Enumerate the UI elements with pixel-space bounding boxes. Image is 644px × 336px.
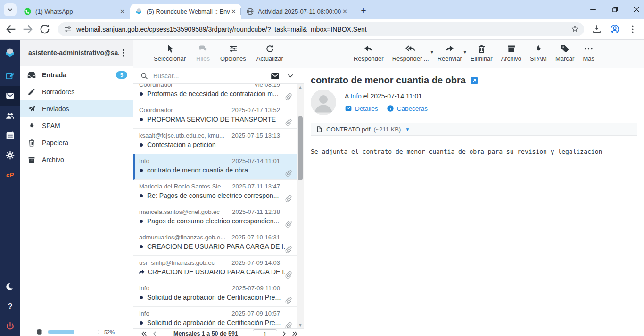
account-menu-icon[interactable] bbox=[119, 48, 128, 57]
details-button[interactable]: Detalles bbox=[345, 105, 378, 112]
rail-item-contacts[interactable] bbox=[0, 106, 20, 125]
rail-item-cpanel[interactable]: cP bbox=[0, 165, 20, 185]
list-toolbar-seleccionar[interactable]: Seleccionar bbox=[154, 44, 186, 62]
previous-page-icon[interactable] bbox=[151, 330, 159, 336]
rail-item-moon[interactable] bbox=[0, 277, 20, 296]
message-row[interactable]: ksaait@fcjse.utb.edu.ec, kmu...2025-07-1… bbox=[133, 129, 304, 154]
rail-item-help[interactable]: ? bbox=[0, 296, 20, 316]
downloads-icon[interactable] bbox=[592, 24, 602, 34]
bookmark-star-icon[interactable] bbox=[570, 25, 579, 33]
browser-tab-1[interactable]: (5) Roundcube Webmail :: Envia✕ bbox=[130, 4, 241, 19]
dropdown-caret-icon[interactable]: ▼ bbox=[463, 50, 467, 55]
tab-close-icon[interactable]: ✕ bbox=[341, 8, 349, 16]
scroll-down-icon[interactable]: ▼ bbox=[297, 322, 304, 328]
message-date: 2025-07-15 13:13 bbox=[231, 132, 280, 139]
reload-button[interactable] bbox=[38, 23, 51, 36]
folder-item-papelera[interactable]: Papelera bbox=[20, 134, 133, 151]
message-row[interactable]: Coordinador2025-07-17 13:52PROFORMA SERV… bbox=[133, 103, 304, 129]
folder-item-spam[interactable]: SPAM bbox=[20, 117, 133, 134]
mail-toolbar-responder[interactable]: Responder bbox=[354, 44, 384, 62]
browser-tab-2[interactable]: Actividad 2025-07-11 08:00:00✕ bbox=[241, 4, 353, 19]
back-button[interactable] bbox=[4, 23, 17, 36]
url-text[interactable]: webmail.sanjuan.gob.ec/cpsess1535909589/… bbox=[76, 25, 570, 33]
search-row bbox=[133, 68, 304, 84]
message-sender: admusuarios@finanzas.gob.e... bbox=[139, 234, 225, 241]
message-row[interactable]: usr_sinfip@finanzas.gob.ec2025-07-09 14:… bbox=[133, 256, 304, 281]
scrollbar-thumb[interactable] bbox=[298, 116, 303, 180]
message-row[interactable]: maricela.santos@cnel.gob.ec2025-07-11 12… bbox=[133, 205, 304, 230]
quota-percent: 52% bbox=[104, 329, 115, 335]
message-row[interactable]: admusuarios@finanzas.gob.e...2025-07-10 … bbox=[133, 230, 304, 256]
attachment-bar[interactable]: CONTRATO.pdf (~211 KB) ▼ bbox=[311, 123, 637, 136]
message-row[interactable]: Info2025-07-09 10:57Solicitud de aprobac… bbox=[133, 307, 304, 328]
message-sender: usr_sinfip@finanzas.gob.ec bbox=[139, 259, 215, 266]
tab-title: (1) WhatsApp bbox=[35, 8, 118, 15]
folder-label: Enviados bbox=[42, 105, 127, 113]
pagination-bar: Mensajes 1 a 50 de 591 bbox=[133, 328, 304, 336]
toolbar-label: Reenviar bbox=[438, 55, 462, 62]
list-toolbar-hilos[interactable]: Hilos bbox=[196, 44, 210, 62]
rail-item-calendar[interactable] bbox=[0, 125, 20, 145]
message-row[interactable]: Info2025-07-09 11:00Solicitud de aprobac… bbox=[133, 281, 304, 307]
dropdown-caret-icon[interactable]: ▼ bbox=[430, 50, 434, 55]
list-toolbar-opciones[interactable]: Opciones bbox=[220, 44, 246, 62]
browser-menu-icon[interactable] bbox=[627, 24, 638, 34]
url-bar[interactable]: webmail.sanjuan.gob.ec/cpsess1535909589/… bbox=[58, 22, 584, 36]
headers-button[interactable]: Cabeceras bbox=[387, 105, 428, 112]
mail-toolbar-marcar[interactable]: Marcar bbox=[555, 44, 574, 62]
next-page-icon[interactable] bbox=[280, 330, 288, 336]
scroll-up-icon[interactable]: ▲ bbox=[297, 84, 304, 90]
forward-button[interactable] bbox=[21, 23, 34, 36]
toolbar-label: SPAM bbox=[530, 55, 547, 62]
tag-icon bbox=[560, 44, 570, 54]
folder-label: Entrada bbox=[42, 71, 116, 79]
message-row[interactable]: Info2025-07-14 11:01contrato de menor cu… bbox=[133, 154, 304, 180]
toolbar-right bbox=[592, 24, 638, 34]
search-options-chevron-icon[interactable] bbox=[287, 72, 294, 80]
page-number-input[interactable] bbox=[253, 329, 277, 336]
last-page-icon[interactable] bbox=[291, 330, 299, 336]
profile-icon[interactable] bbox=[610, 24, 620, 34]
open-in-new-window-icon[interactable] bbox=[470, 76, 479, 85]
tab-close-icon[interactable]: ✕ bbox=[230, 8, 238, 16]
rail-item-roundcube-logo[interactable] bbox=[0, 40, 20, 66]
list-scrollbar[interactable]: ▲ ▼ bbox=[297, 84, 304, 328]
message-row[interactable]: Maricela del Rocio Santos Sie...2025-07-… bbox=[133, 180, 304, 205]
minimize-button[interactable] bbox=[588, 5, 598, 14]
mail-toolbar-reenviar[interactable]: Reenviar▼ bbox=[438, 44, 462, 62]
new-tab-button[interactable]: + bbox=[357, 5, 370, 17]
close-window-button[interactable] bbox=[632, 5, 641, 14]
message-date: 2025-07-11 13:47 bbox=[232, 183, 280, 190]
rail-item-settings[interactable] bbox=[0, 145, 20, 165]
folder-item-enviados[interactable]: Enviados bbox=[20, 100, 133, 117]
mail-toolbar-eliminar[interactable]: Eliminar bbox=[471, 44, 493, 62]
search-icon bbox=[140, 72, 149, 80]
mail-toolbar-más[interactable]: Más bbox=[583, 44, 594, 62]
rail-item-mail[interactable] bbox=[0, 86, 20, 106]
folder-item-archivo[interactable]: Archivo bbox=[20, 151, 133, 168]
tab-search-button[interactable] bbox=[4, 3, 17, 16]
attachment-menu-icon[interactable]: ▼ bbox=[405, 127, 410, 132]
recipient-link[interactable]: Info bbox=[350, 92, 361, 100]
rail-item-compose[interactable] bbox=[0, 66, 20, 86]
folder-item-borradores[interactable]: Borradores bbox=[20, 83, 133, 100]
browser-tab-0[interactable]: (1) WhatsApp✕ bbox=[19, 4, 130, 19]
search-scope-mail-icon[interactable] bbox=[270, 71, 280, 81]
folder-item-entrada[interactable]: Entrada5 bbox=[20, 66, 133, 83]
folder-label: Borradores bbox=[42, 88, 127, 96]
mail-toolbar-responder[interactable]: Responder ...▼ bbox=[392, 44, 429, 62]
archive-icon bbox=[27, 156, 36, 164]
forwarded-flag-icon bbox=[138, 269, 145, 276]
restore-button[interactable] bbox=[610, 5, 619, 14]
list-toolbar-actualizar[interactable]: Actualizar bbox=[256, 44, 283, 62]
first-page-icon[interactable] bbox=[140, 330, 148, 336]
tab-close-icon[interactable]: ✕ bbox=[118, 8, 126, 16]
search-input[interactable] bbox=[153, 72, 270, 80]
site-info-icon[interactable] bbox=[64, 25, 72, 33]
attachment-name[interactable]: CONTRATO.pdf bbox=[326, 126, 370, 133]
mail-toolbar-spam[interactable]: SPAM bbox=[530, 44, 547, 62]
mail-toolbar-archivo[interactable]: Archivo bbox=[501, 44, 521, 62]
message-row[interactable]: CoordinadorVie 08:19Proformas de necesid… bbox=[133, 84, 304, 103]
paperclip-icon bbox=[284, 271, 292, 279]
rail-item-power[interactable] bbox=[0, 316, 20, 336]
